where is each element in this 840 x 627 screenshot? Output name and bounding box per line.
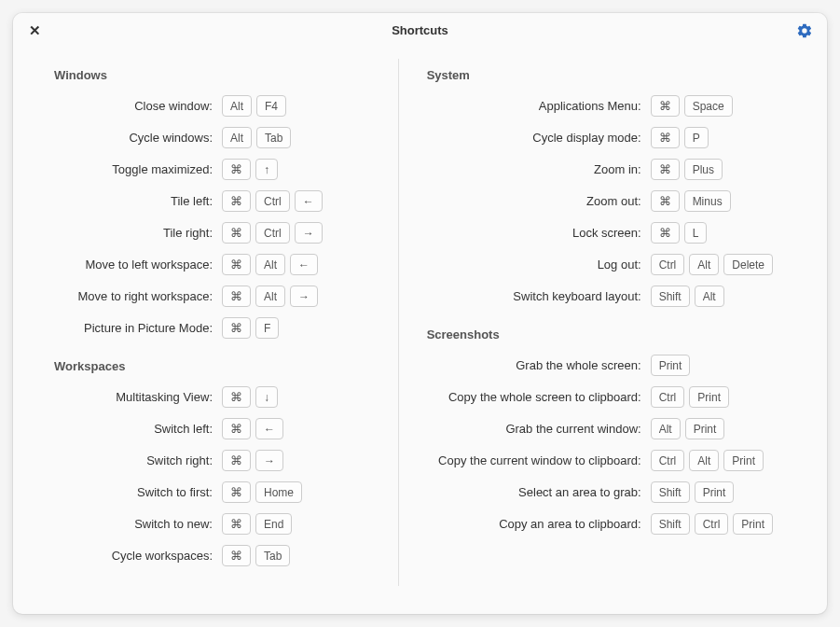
key-print: Print	[733, 513, 773, 535]
shortcut-label: Zoom out:	[427, 194, 651, 208]
key-cmd	[222, 386, 251, 408]
gear-icon	[796, 22, 813, 39]
shortcut-row: Move to right workspace:Alt	[54, 286, 370, 307]
key-cmd	[222, 513, 251, 535]
shortcut-keys: Tab	[222, 545, 290, 566]
close-button[interactable]: ✕	[26, 22, 43, 39]
shortcut-label: Cycle windows:	[54, 131, 222, 145]
shortcut-row: Cycle windows:AltTab	[54, 127, 370, 148]
shortcut-row: Applications Menu:Space	[427, 95, 773, 117]
shortcut-label: Applications Menu:	[427, 99, 651, 113]
key-f: F	[255, 317, 279, 339]
shortcut-keys: ShiftPrint	[651, 481, 735, 503]
key-cmd	[651, 159, 680, 180]
shortcut-keys: ShiftAlt	[651, 286, 724, 307]
shortcut-keys: Home	[222, 481, 302, 503]
shortcut-row: Cycle workspaces:Tab	[54, 545, 370, 566]
shortcut-keys	[222, 159, 278, 180]
key-print: Print	[695, 481, 735, 503]
shortcut-row: Switch to first:Home	[54, 481, 370, 503]
shortcut-row: Lock screen:L	[427, 222, 773, 244]
key-shift: Shift	[651, 513, 690, 535]
shortcut-row: Tile left:Ctrl	[54, 190, 370, 212]
section-title-windows: Windows	[54, 68, 370, 82]
shortcut-row: Copy an area to clipboard:ShiftCtrlPrint	[427, 513, 773, 535]
shortcut-keys: AltPrint	[651, 418, 725, 439]
shortcut-row: Copy the whole screen to clipboard:CtrlP…	[427, 386, 773, 408]
shortcut-row: Log out:CtrlAltDelete	[427, 254, 773, 275]
key-ctrl: Ctrl	[651, 386, 685, 408]
shortcut-label: Switch to new:	[54, 517, 222, 531]
shortcut-keys: Minus	[651, 190, 731, 212]
section-screenshots: Grab the whole screen:PrintCopy the whol…	[427, 355, 773, 535]
shortcut-row: Switch to new:End	[54, 513, 370, 535]
shortcut-keys: Alt	[222, 286, 318, 307]
content-area: Windows Close window:AltF4Cycle windows:…	[13, 48, 827, 614]
shortcut-label: Cycle display mode:	[427, 131, 651, 145]
shortcut-row: Grab the whole screen:Print	[427, 355, 773, 376]
key-arrow-right	[255, 450, 283, 471]
shortcut-label: Move to left workspace:	[54, 258, 222, 272]
right-column: System Applications Menu:SpaceCycle disp…	[399, 59, 790, 586]
key-arrow-up	[255, 159, 278, 180]
section-windows: Close window:AltF4Cycle windows:AltTabTo…	[54, 95, 370, 339]
shortcut-label: Toggle maximized:	[54, 162, 222, 176]
key-plus: Plus	[684, 159, 723, 180]
shortcut-keys: AltTab	[222, 127, 291, 148]
window-header: ✕ Shortcuts	[13, 13, 827, 48]
shortcut-label: Move to right workspace:	[54, 289, 222, 303]
key-alt: Alt	[222, 95, 252, 117]
shortcut-label: Select an area to grab:	[427, 485, 651, 499]
key-f4: F4	[256, 95, 286, 117]
section-workspaces: Multitasking View:Switch left:Switch rig…	[54, 386, 370, 566]
key-shift: Shift	[651, 481, 690, 503]
shortcut-keys: F	[222, 317, 279, 339]
shortcut-label: Log out:	[427, 258, 651, 272]
key-alt: Alt	[695, 286, 724, 307]
shortcut-row: Cycle display mode:P	[427, 127, 773, 148]
shortcut-keys: L	[651, 222, 708, 244]
shortcut-label: Tile left:	[54, 194, 222, 208]
key-home: Home	[255, 481, 302, 503]
shortcut-label: Tile right:	[54, 226, 222, 240]
key-cmd	[222, 254, 251, 275]
key-ctrl: Ctrl	[651, 254, 685, 275]
key-delete: Delete	[723, 254, 773, 275]
shortcut-keys: CtrlAltPrint	[651, 450, 764, 471]
shortcut-row: Close window:AltF4	[54, 95, 370, 117]
key-cmd	[222, 450, 251, 471]
key-arrow-left	[290, 254, 318, 275]
close-icon: ✕	[29, 22, 41, 39]
shortcut-row: Switch right:	[54, 450, 370, 471]
key-print: Print	[689, 386, 729, 408]
key-cmd	[222, 159, 251, 180]
key-minus: Minus	[684, 190, 731, 212]
shortcut-label: Grab the current window:	[427, 422, 651, 436]
key-end: End	[255, 513, 292, 535]
shortcut-row: Grab the current window:AltPrint	[427, 418, 773, 439]
section-title-workspaces: Workspaces	[54, 359, 370, 373]
key-print: Print	[651, 355, 691, 376]
shortcut-row: Select an area to grab:ShiftPrint	[427, 481, 773, 503]
shortcut-keys: Print	[651, 355, 691, 376]
key-ctrl: Ctrl	[651, 450, 685, 471]
shortcut-label: Lock screen:	[427, 226, 651, 240]
section-title-system: System	[427, 68, 773, 82]
shortcut-row: Picture in Picture Mode:F	[54, 317, 370, 339]
shortcut-row: Toggle maximized:	[54, 159, 370, 180]
shortcut-label: Copy the whole screen to clipboard:	[427, 390, 651, 404]
shortcut-row: Multitasking View:	[54, 386, 370, 408]
section-title-screenshots: Screenshots	[427, 327, 773, 341]
shortcut-keys: Ctrl	[222, 222, 323, 244]
key-arrow-right	[295, 222, 323, 244]
shortcut-label: Switch keyboard layout:	[427, 289, 651, 303]
window-title: Shortcuts	[392, 23, 448, 37]
shortcut-keys: ShiftCtrlPrint	[651, 513, 773, 535]
key-arrow-down	[255, 386, 278, 408]
key-cmd	[222, 222, 251, 244]
shortcut-row: Copy the current window to clipboard:Ctr…	[427, 450, 773, 471]
key-alt: Alt	[689, 254, 719, 275]
settings-button[interactable]	[793, 20, 816, 42]
key-cmd	[222, 481, 251, 503]
shortcut-label: Picture in Picture Mode:	[54, 321, 222, 335]
